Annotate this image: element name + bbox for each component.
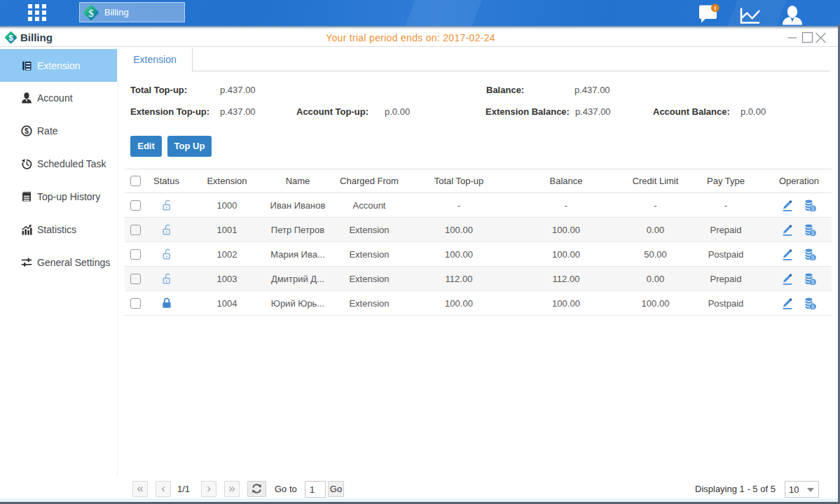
svg-text:!: ! [714,4,716,12]
svg-text:$: $ [88,8,94,19]
svg-text:$: $ [25,126,29,134]
